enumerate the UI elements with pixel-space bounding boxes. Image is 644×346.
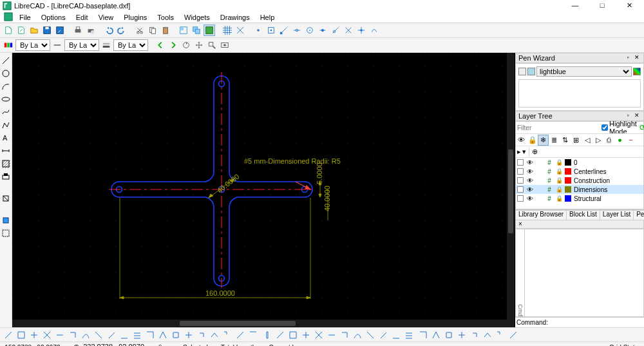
bottom-tool-30[interactable] xyxy=(390,329,402,341)
tool-text[interactable]: A xyxy=(1,133,11,143)
bottom-tool-19[interactable] xyxy=(247,329,259,341)
construction-icon[interactable]: # xyxy=(545,159,553,166)
layer-color-swatch[interactable] xyxy=(3,39,14,51)
lt-print-icon[interactable]: ⎙ xyxy=(603,135,614,146)
cut-button[interactable] xyxy=(134,24,146,36)
redraw-button[interactable] xyxy=(180,39,192,51)
command-input[interactable] xyxy=(551,318,643,327)
construction-icon[interactable]: # xyxy=(545,186,553,193)
snap-on-entity-button[interactable] xyxy=(291,24,303,36)
print-preview-button[interactable] xyxy=(85,24,97,36)
lt-prev-icon[interactable]: ◁ xyxy=(582,135,592,146)
maximize-button[interactable]: □ xyxy=(592,1,612,11)
bottom-tool-18[interactable] xyxy=(234,329,246,341)
bottom-tool-8[interactable] xyxy=(106,329,117,341)
dock-icon[interactable]: ▫ xyxy=(624,54,632,62)
layer-select-b[interactable]: By Layer xyxy=(64,39,99,51)
snap-center-button[interactable] xyxy=(304,24,316,36)
layer-row[interactable]: 👁#🔒Dimensions xyxy=(516,185,643,194)
layer-row[interactable]: 👁#🔒0 xyxy=(516,158,643,167)
menu-file[interactable]: File xyxy=(15,14,35,21)
open-button[interactable] xyxy=(28,24,40,36)
snap-free-button[interactable] xyxy=(252,24,264,36)
swap-icon[interactable] xyxy=(633,68,641,75)
tab-blocklist[interactable]: Block List xyxy=(566,210,600,220)
layer-select-a[interactable]: By Layer xyxy=(15,39,50,51)
bottom-tool-37[interactable] xyxy=(482,329,493,341)
snap-intersection-button[interactable] xyxy=(343,24,354,36)
tool-ellipse[interactable] xyxy=(1,94,11,104)
dock-icon[interactable]: ▫ xyxy=(624,112,632,120)
close-panel-icon[interactable]: ✕ xyxy=(633,112,641,120)
bottom-tool-29[interactable] xyxy=(377,329,389,341)
tool-hatch[interactable] xyxy=(1,159,11,169)
bottom-tool-14[interactable] xyxy=(183,329,194,341)
lock-icon[interactable]: 🔒 xyxy=(556,168,562,175)
bottom-tool-28[interactable] xyxy=(365,329,376,341)
layer-filter-input[interactable] xyxy=(517,123,599,132)
menu-help[interactable]: Help xyxy=(256,14,279,21)
tool-dimension[interactable] xyxy=(1,146,11,156)
lock-icon[interactable]: 🔒 xyxy=(556,186,562,193)
tool-info[interactable] xyxy=(1,193,11,204)
redo-button[interactable] xyxy=(116,24,128,36)
new-from-button[interactable] xyxy=(15,24,27,36)
construction-icon[interactable]: # xyxy=(545,168,553,175)
bottom-tool-1[interactable] xyxy=(15,329,27,341)
tool-circle[interactable] xyxy=(1,68,11,79)
lt-list-icon[interactable]: ≣ xyxy=(549,135,560,146)
layer-row[interactable]: 👁#🔒Construction xyxy=(516,176,643,185)
print-button[interactable] xyxy=(72,24,84,36)
layer-select-c[interactable]: By Layer xyxy=(113,39,148,51)
grid-toggle-button[interactable] xyxy=(222,24,233,36)
bottom-tool-10[interactable] xyxy=(131,329,143,341)
bottom-tool-20[interactable] xyxy=(261,329,273,341)
refresh-icon[interactable]: ⟳ xyxy=(639,123,644,132)
bottom-tool-0[interactable] xyxy=(3,329,14,341)
tab-layerlist[interactable]: Layer List xyxy=(600,210,634,220)
menu-options[interactable]: Options xyxy=(37,14,70,21)
tab-penpalette[interactable]: Pen Palette xyxy=(633,210,644,220)
bottom-tool-34[interactable] xyxy=(443,329,455,341)
layer-check-icon[interactable] xyxy=(517,159,524,166)
tool-polyline[interactable] xyxy=(1,120,11,130)
close-button[interactable]: ✕ xyxy=(620,1,639,11)
menu-widgets[interactable]: Widgets xyxy=(180,14,214,21)
snap-endpoint-button[interactable] xyxy=(278,24,290,36)
lt-sort-icon[interactable]: ⇅ xyxy=(560,135,571,146)
pen-wizard-header[interactable]: Pen Wizard ▫ ✕ xyxy=(515,53,644,63)
lt-showall-icon[interactable]: 👁 xyxy=(516,135,527,146)
menu-view[interactable]: View xyxy=(95,14,118,21)
bottom-tool-5[interactable] xyxy=(67,329,79,341)
layer-check-icon[interactable] xyxy=(517,195,524,202)
bottom-tool-26[interactable] xyxy=(339,329,350,341)
snap-grid-button[interactable] xyxy=(265,24,277,36)
tool-modify[interactable] xyxy=(1,171,11,182)
bottom-tool-11[interactable] xyxy=(144,329,156,341)
pick-icon[interactable] xyxy=(518,68,526,75)
linetype-swatch[interactable] xyxy=(52,39,63,51)
pen-color-select[interactable]: lightblue xyxy=(536,66,632,77)
drawing-canvas[interactable]: 160.0000 40.0000 5.0000 40.0000 #5 mm-Di… xyxy=(12,53,515,327)
eye-icon[interactable]: 👁 xyxy=(526,195,534,202)
lock-icon[interactable]: 🔒 xyxy=(556,159,562,166)
tool-spline[interactable] xyxy=(1,107,11,117)
eye-icon[interactable]: 👁 xyxy=(526,186,534,193)
bottom-tool-36[interactable] xyxy=(469,329,480,341)
lt-expand-icon[interactable]: ▾ xyxy=(522,148,526,156)
bottom-tool-12[interactable] xyxy=(157,329,169,341)
menu-drawings[interactable]: Drawings xyxy=(216,14,254,21)
construction-icon[interactable]: # xyxy=(545,195,553,202)
eye-icon[interactable]: 👁 xyxy=(526,168,534,175)
close-panel-icon[interactable]: ✕ xyxy=(633,54,641,62)
bottom-tool-24[interactable] xyxy=(313,329,325,341)
menu-edit[interactable]: Edit xyxy=(72,14,92,21)
menu-tools[interactable]: Tools xyxy=(153,14,178,21)
lt-freeze-icon[interactable]: ❄ xyxy=(538,135,549,146)
lt-del-icon[interactable]: − xyxy=(625,135,636,146)
bottom-tool-25[interactable] xyxy=(326,329,337,341)
cmd-close-icon[interactable]: × xyxy=(516,220,525,228)
bottom-tool-17[interactable] xyxy=(222,329,233,341)
bottom-tool-32[interactable] xyxy=(417,329,429,341)
lt-move-icon[interactable]: ⊕ xyxy=(532,148,538,156)
